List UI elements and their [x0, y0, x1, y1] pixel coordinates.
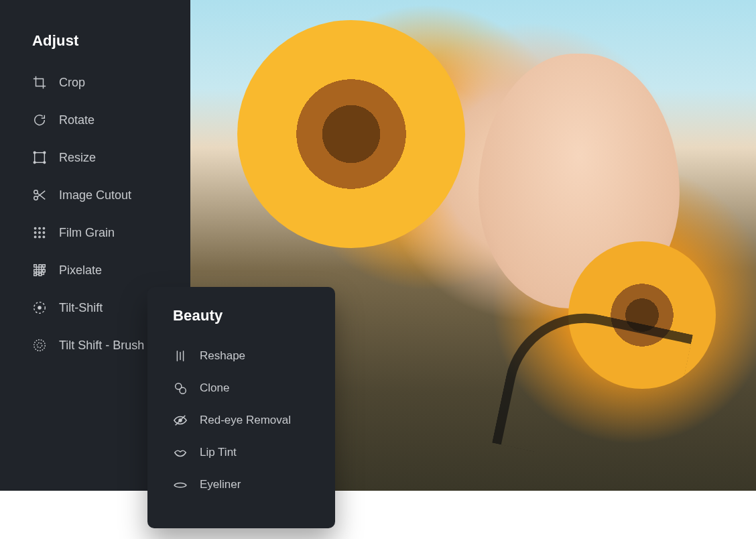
tiltshift-brush-icon — [32, 338, 47, 353]
pixelate-icon — [32, 263, 47, 278]
tool-lip-tint[interactable]: Lip Tint — [173, 438, 311, 467]
rotate-icon — [32, 113, 47, 127]
reshape-icon — [173, 349, 188, 363]
tool-label: Rotate — [59, 113, 94, 127]
tool-pixelate[interactable]: Pixelate — [32, 255, 161, 286]
svg-point-29 — [38, 306, 42, 310]
tool-film-grain[interactable]: Film Grain — [32, 217, 161, 248]
clone-icon — [173, 381, 188, 396]
svg-point-2 — [44, 152, 46, 154]
svg-point-12 — [43, 232, 44, 233]
redeye-icon — [173, 413, 188, 428]
scissors-icon — [32, 188, 47, 202]
beauty-panel-title: Beauty — [173, 307, 311, 324]
svg-point-1 — [34, 152, 36, 154]
tool-reshape[interactable]: Reshape — [173, 342, 311, 370]
svg-point-8 — [39, 227, 40, 229]
tool-resize[interactable]: Resize — [32, 142, 161, 173]
tool-eyeliner[interactable]: Eyeliner — [173, 471, 311, 499]
svg-point-3 — [34, 162, 36, 164]
tool-label: Resize — [59, 151, 96, 165]
resize-icon — [32, 150, 47, 165]
svg-point-7 — [34, 227, 36, 229]
tool-label: Eyeliner — [200, 478, 241, 491]
tool-label: Tilt Shift - Brush — [59, 339, 144, 353]
svg-point-13 — [34, 236, 36, 237]
tool-tilt-shift[interactable]: Tilt-Shift — [32, 292, 161, 323]
tool-label: Pixelate — [59, 263, 102, 278]
tool-rotate[interactable]: Rotate — [32, 105, 161, 135]
tool-image-cutout[interactable]: Image Cutout — [32, 180, 161, 211]
tool-label: Crop — [59, 76, 85, 90]
svg-point-31 — [37, 343, 42, 347]
photo-sunflower-large — [237, 20, 465, 248]
svg-point-6 — [34, 196, 38, 200]
tool-clone[interactable]: Clone — [173, 374, 311, 402]
tool-label: Film Grain — [59, 226, 115, 240]
tool-label: Image Cutout — [59, 188, 131, 202]
svg-point-5 — [34, 190, 38, 194]
tool-red-eye-removal[interactable]: Red-eye Removal — [173, 406, 311, 434]
svg-rect-27 — [39, 274, 42, 276]
svg-point-15 — [43, 236, 44, 237]
svg-point-4 — [44, 162, 46, 164]
tiltshift-icon — [32, 300, 47, 315]
svg-point-10 — [34, 232, 36, 233]
svg-rect-26 — [34, 274, 37, 276]
beauty-panel: Beauty Reshape Clone Red-eye Removal Lip… — [147, 287, 335, 528]
lips-icon — [173, 445, 188, 460]
grain-icon — [32, 225, 47, 240]
svg-point-33 — [180, 387, 186, 394]
svg-point-9 — [43, 227, 44, 229]
svg-point-14 — [39, 236, 40, 237]
svg-rect-0 — [35, 153, 45, 163]
editor-stage: Adjust Crop Rotate Resize Image Cutout — [0, 0, 756, 539]
tool-label: Reshape — [200, 349, 245, 363]
tool-crop[interactable]: Crop — [32, 67, 161, 98]
crop-icon — [32, 75, 47, 90]
svg-point-30 — [34, 340, 46, 351]
tool-label: Lip Tint — [200, 446, 237, 459]
eyeliner-icon — [173, 477, 188, 492]
tool-label: Clone — [200, 381, 229, 395]
tool-label: Red-eye Removal — [200, 414, 291, 427]
svg-point-11 — [39, 232, 40, 233]
adjust-panel-title: Adjust — [32, 32, 161, 50]
tool-label: Tilt-Shift — [59, 301, 103, 315]
tool-tilt-shift-brush[interactable]: Tilt Shift - Brush — [32, 330, 161, 361]
